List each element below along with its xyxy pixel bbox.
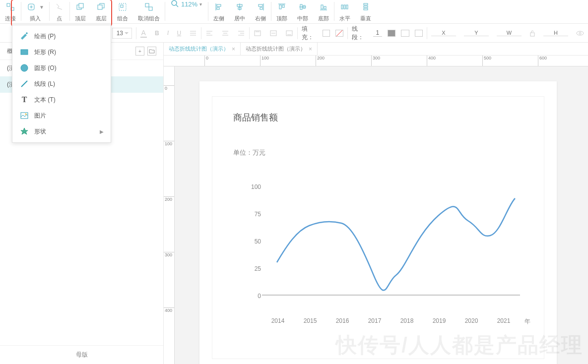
chart-subtitle: 单位：万元 (212, 123, 544, 157)
h-input[interactable] (543, 30, 568, 36)
toolbar-ungroup[interactable]: 取消组合 (133, 0, 165, 24)
canvas-area[interactable]: 动态折线统计图（演示）× 动态折线统计图（演示）× 0 100 200 300 … (164, 43, 588, 364)
text-icon: T (19, 95, 29, 105)
point-icon (55, 2, 65, 12)
toolbar-align-top[interactable]: 顶部 (271, 0, 292, 24)
distribute-h-icon (340, 2, 350, 12)
dropdown-item-text[interactable]: T文本 (T) (12, 92, 111, 108)
document-tab[interactable]: 动态折线统计图（演示）× (241, 43, 318, 55)
bold-button[interactable]: B (151, 30, 163, 37)
svg-rect-11 (145, 3, 149, 7)
dropdown-item-circle[interactable]: 圆形 (O) (12, 60, 111, 76)
align-left-icon (214, 2, 224, 12)
chart-card[interactable]: 商品销售额 单位：万元 100 75 50 25 0 2014 2015 201… (212, 96, 544, 359)
svg-rect-36 (364, 3, 368, 5)
line-style-button[interactable] (401, 30, 409, 37)
folder-icon (149, 49, 155, 54)
dropdown-item-shape[interactable]: 形状▶ (12, 123, 111, 139)
toolbar-dist-v[interactable]: 垂直 (355, 0, 376, 24)
dropdown-item-rect[interactable]: 矩形 (R) (12, 44, 111, 60)
line-color-button[interactable] (388, 30, 395, 37)
svg-rect-34 (344, 5, 345, 9)
svg-point-64 (577, 31, 584, 35)
align-top-icon (277, 2, 287, 12)
svg-rect-35 (346, 5, 348, 9)
line-weight-input[interactable]: 1 (373, 29, 382, 37)
align-left-text-button[interactable] (201, 30, 217, 37)
svg-rect-9 (119, 3, 126, 10)
y-input[interactable] (464, 30, 489, 36)
zoom-control[interactable]: 112%▾ (165, 0, 208, 8)
toolbar-align-center[interactable]: 居中 (229, 0, 250, 24)
svg-line-41 (21, 81, 27, 87)
search-icon (171, 0, 179, 8)
connect-icon (5, 2, 15, 12)
underline-button[interactable]: U (173, 30, 186, 37)
list-button[interactable] (185, 30, 201, 37)
horizontal-ruler: 0 100 200 300 400 500 600 (164, 56, 588, 66)
toolbar-point[interactable]: 点 (50, 0, 69, 24)
circle-icon (19, 63, 29, 73)
svg-line-14 (176, 5, 178, 7)
svg-rect-32 (324, 6, 326, 9)
fill-label: 填充： (302, 25, 317, 42)
lock-button[interactable] (525, 30, 539, 37)
align-center-text-button[interactable] (217, 30, 233, 37)
svg-rect-1 (11, 7, 14, 10)
toolbar-group[interactable]: 组合 (112, 0, 133, 24)
master-page-button[interactable]: 母版 (0, 345, 163, 364)
svg-rect-16 (217, 4, 221, 6)
toolbar-insert[interactable]: ▼ 插入 (21, 0, 49, 24)
send-back-icon (96, 2, 106, 12)
toolbar-align-left[interactable]: 左侧 (208, 0, 229, 24)
dropdown-item-pen[interactable]: 绘画 (P) (12, 28, 111, 44)
visibility-button[interactable] (572, 30, 588, 36)
line-arrow-button[interactable] (415, 30, 423, 37)
design-page[interactable]: 商品销售额 单位：万元 100 75 50 25 0 2014 2015 201… (199, 81, 557, 364)
eye-icon (576, 30, 584, 36)
fill-color-button[interactable] (323, 30, 330, 37)
line-chart (232, 176, 530, 305)
svg-rect-0 (7, 3, 10, 6)
svg-rect-10 (121, 5, 123, 7)
svg-rect-22 (259, 4, 262, 6)
toolbar-align-right[interactable]: 右侧 (250, 0, 271, 24)
font-color-button[interactable]: A (136, 29, 151, 38)
dropdown-item-line[interactable]: 线段 (L) (12, 76, 111, 92)
fill-none-button[interactable] (335, 30, 343, 37)
group-icon (118, 2, 128, 12)
italic-button[interactable]: I (163, 29, 173, 37)
rect-icon (19, 47, 29, 57)
document-tab[interactable]: 动态折线统计图（演示）× (164, 43, 241, 55)
toolbar-connect[interactable]: 连接 (0, 0, 21, 24)
valign-top-button[interactable] (250, 30, 265, 37)
valign-middle-button[interactable] (265, 30, 281, 37)
toolbar-dist-h[interactable]: 水平 (334, 0, 355, 24)
align-bottom-icon (319, 2, 328, 12)
toolbar-bottomlayer[interactable]: 底层 (91, 0, 112, 24)
align-right-text-button[interactable] (233, 30, 249, 37)
svg-rect-37 (364, 6, 368, 7)
dropdown-item-image[interactable]: 图片 (12, 108, 111, 123)
svg-point-13 (172, 0, 177, 5)
distribute-v-icon (361, 2, 371, 12)
add-folder-button[interactable] (147, 47, 156, 56)
svg-rect-17 (217, 7, 219, 9)
document-tabs: 动态折线统计图（演示）× 动态折线统计图（演示）× (164, 43, 588, 56)
x-input[interactable] (431, 30, 456, 36)
vertical-ruler: 0 100 200 300 400 (164, 66, 175, 364)
close-icon[interactable]: × (232, 46, 235, 53)
svg-rect-25 (279, 5, 281, 9)
toolbar-toplayer[interactable]: 顶层 (70, 0, 91, 24)
w-input[interactable] (497, 30, 522, 36)
toolbar-align-middle[interactable]: 中部 (292, 0, 313, 24)
valign-bottom-button[interactable] (281, 30, 297, 37)
svg-rect-6 (79, 3, 83, 8)
add-page-button[interactable]: + (135, 47, 144, 56)
align-center-icon (235, 2, 245, 12)
fontsize-select[interactable]: 13 (112, 28, 132, 39)
svg-rect-63 (530, 33, 534, 36)
close-icon[interactable]: × (309, 46, 312, 53)
chevron-right-icon: ▶ (100, 129, 104, 134)
toolbar-align-bottom[interactable]: 底部 (313, 0, 334, 24)
